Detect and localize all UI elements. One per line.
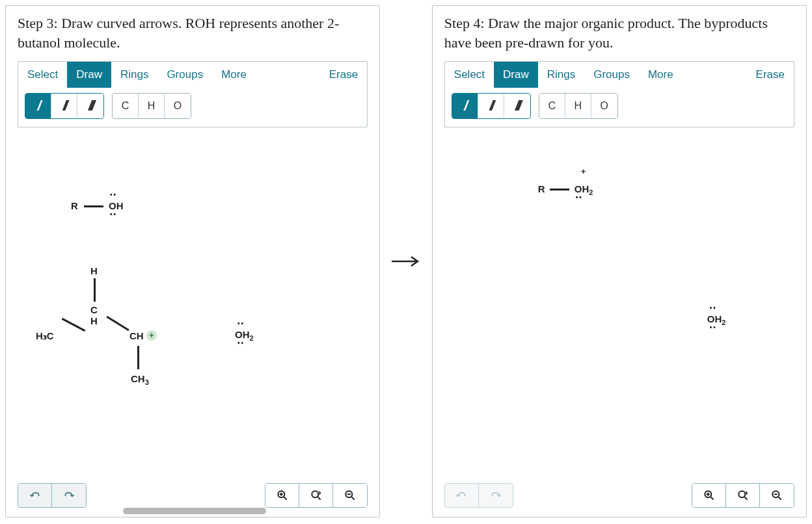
atom-oh: OH xyxy=(109,200,124,211)
zoom-fit-button[interactable] xyxy=(299,484,333,507)
tab-groups[interactable]: Groups xyxy=(157,62,212,88)
double-bond-tool[interactable]: // xyxy=(51,94,77,118)
toolbar-right: Select Draw Rings Groups More Erase / //… xyxy=(444,61,794,127)
zoom-out-button[interactable] xyxy=(333,484,367,507)
zoom-fit-button[interactable] xyxy=(726,484,760,507)
zoom-out-icon xyxy=(344,489,357,502)
zoom-fit-icon xyxy=(310,489,323,502)
tab-groups[interactable]: Groups xyxy=(584,62,639,88)
tab-draw[interactable]: Draw xyxy=(494,62,538,88)
tab-select[interactable]: Select xyxy=(445,62,494,88)
atom-R: R xyxy=(538,183,545,194)
lone-pair-oh2plus: •• xyxy=(576,194,583,201)
zoom-out-icon xyxy=(770,489,783,502)
triple-bond-tool[interactable]: /// xyxy=(77,94,103,118)
bond-r-oh xyxy=(84,205,103,207)
tool-row-right: / // /// C H O xyxy=(445,88,794,119)
charge-plus: + xyxy=(581,166,586,176)
tab-select[interactable]: Select xyxy=(18,62,67,88)
redo-button[interactable] xyxy=(52,484,86,507)
tab-more[interactable]: More xyxy=(212,62,256,88)
zoom-in-icon xyxy=(276,489,289,502)
zoom-group xyxy=(265,483,368,508)
hydrogen-tool[interactable]: H xyxy=(139,94,165,118)
redo-icon xyxy=(62,489,75,502)
drawing-canvas-right[interactable]: R + OH2 •• •• OH2 •• xyxy=(444,127,794,452)
svg-line-5 xyxy=(318,497,320,500)
undo-icon xyxy=(29,489,42,502)
svg-line-17 xyxy=(779,497,781,500)
tab-rings[interactable]: Rings xyxy=(538,62,584,88)
drawing-canvas-left[interactable]: R •• OH •• H CH H₃C CH + CH3 •• OH2 •• xyxy=(18,127,368,452)
lone-pair-bottom: •• xyxy=(110,211,117,218)
zoom-out-button[interactable] xyxy=(760,484,794,507)
bond-r-oh2 xyxy=(550,189,569,190)
atom-ch-plus: CH + xyxy=(129,330,157,341)
hydrogen-tool[interactable]: H xyxy=(565,94,591,118)
zoom-in-button[interactable] xyxy=(265,484,299,507)
atom-R: R xyxy=(71,200,78,211)
undo-button[interactable] xyxy=(18,484,52,507)
zoom-in-icon xyxy=(703,489,716,502)
atom-h-top: H xyxy=(90,265,98,276)
undo-icon xyxy=(455,489,468,502)
zoom-group xyxy=(692,483,794,508)
atom-ch3: CH3 xyxy=(131,373,149,386)
reaction-arrow xyxy=(388,5,424,517)
tab-row: Select Draw Rings Groups More Erase xyxy=(18,62,367,88)
step4-prompt: Step 4: Draw the major organic product. … xyxy=(444,14,794,52)
lone-pair-b-top: •• xyxy=(710,304,717,311)
bond-c-chplus xyxy=(106,316,129,332)
bond-h-c xyxy=(94,278,96,302)
svg-line-1 xyxy=(284,497,286,500)
double-bond-tool[interactable]: // xyxy=(478,94,504,118)
element-tool-group: C H O xyxy=(112,93,191,119)
erase-button[interactable]: Erase xyxy=(747,62,794,88)
erase-button[interactable]: Erase xyxy=(320,62,367,88)
tab-more[interactable]: More xyxy=(639,62,683,88)
canvas-footer-right xyxy=(444,483,794,508)
undo-redo-group xyxy=(18,483,87,508)
triple-bond-tool[interactable]: /// xyxy=(504,94,530,118)
tool-row: / // /// C H O xyxy=(18,88,367,119)
undo-button[interactable] xyxy=(445,484,479,507)
tab-draw[interactable]: Draw xyxy=(67,62,111,88)
positive-charge-icon: + xyxy=(146,330,157,341)
bond-tool-group: / // /// xyxy=(452,93,531,119)
svg-point-4 xyxy=(312,491,318,497)
single-bond-tool[interactable]: / xyxy=(25,94,51,118)
carbon-tool[interactable]: C xyxy=(539,94,565,118)
svg-line-7 xyxy=(352,497,355,500)
lone-pair-b-bottom: •• xyxy=(710,324,717,331)
redo-button[interactable] xyxy=(479,484,513,507)
zoom-in-button[interactable] xyxy=(692,484,726,507)
oxygen-tool[interactable]: O xyxy=(165,94,191,118)
bond-ch-ch3 xyxy=(137,346,139,369)
atom-c-center: CH xyxy=(90,304,98,326)
oxygen-tool[interactable]: O xyxy=(591,94,617,118)
toolbar-left: Select Draw Rings Groups More Erase / //… xyxy=(18,61,368,127)
single-bond-tool[interactable]: / xyxy=(452,94,478,118)
atom-h3c: H₃C xyxy=(36,330,54,342)
redo-icon xyxy=(489,489,502,502)
tab-rings[interactable]: Rings xyxy=(111,62,157,88)
zoom-fit-icon xyxy=(737,489,750,502)
bond-tool-group: / // /// xyxy=(25,93,104,119)
svg-point-14 xyxy=(738,491,745,497)
svg-line-15 xyxy=(744,497,747,500)
tab-row-right: Select Draw Rings Groups More Erase xyxy=(445,62,794,88)
element-tool-group: C H O xyxy=(539,93,618,119)
step4-panel: Step 4: Draw the major organic product. … xyxy=(432,5,807,517)
undo-redo-group xyxy=(444,483,513,508)
lone-pair-oh2-bottom: •• xyxy=(237,339,245,347)
svg-line-11 xyxy=(710,497,713,500)
canvas-footer-left xyxy=(18,483,368,508)
arrow-right-icon xyxy=(390,254,422,269)
carbon-tool[interactable]: C xyxy=(113,94,139,118)
step3-panel: Step 3: Draw curved arrows. ROH represen… xyxy=(5,5,380,517)
lone-pair-oh2-top: •• xyxy=(237,320,245,327)
step3-prompt: Step 3: Draw curved arrows. ROH represen… xyxy=(18,14,368,52)
lone-pair-top: •• xyxy=(110,191,117,198)
bond-c-h3c xyxy=(62,318,86,332)
horizontal-scrollbar[interactable] xyxy=(123,508,266,514)
